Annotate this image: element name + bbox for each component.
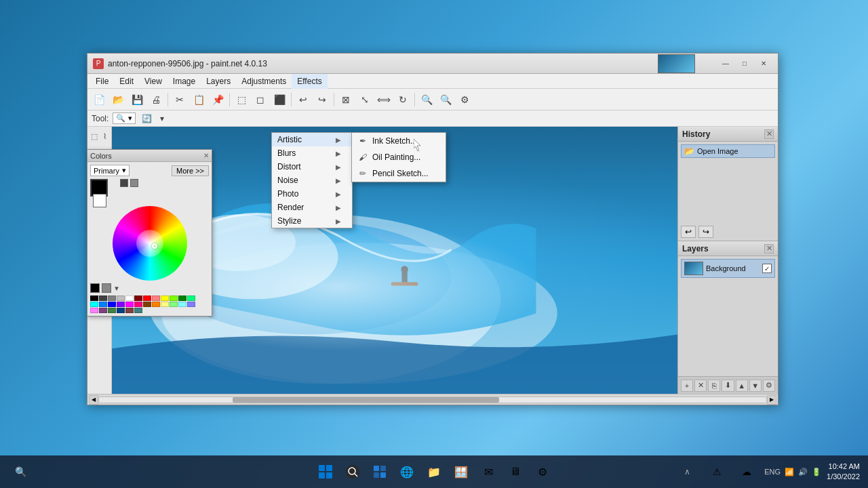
history-close-button[interactable]: ✕ — [764, 129, 774, 139]
palette-color-swatch[interactable] — [187, 296, 195, 301]
color-mode-button[interactable]: ▾ — [155, 112, 169, 125]
palette-color-swatch[interactable] — [187, 302, 195, 307]
color-cycle-button[interactable]: 🔄 — [140, 112, 153, 125]
palette-color-swatch[interactable] — [170, 302, 178, 307]
palette-color-swatch[interactable] — [117, 308, 125, 313]
taskbar-mail[interactable]: ✉ — [476, 460, 500, 484]
invert-button[interactable]: ⬛ — [271, 91, 288, 108]
effects-render-item[interactable]: Render ▶ — [272, 201, 352, 214]
layers-close-button[interactable]: ✕ — [764, 244, 774, 253]
taskbar-cloud[interactable]: ☁ — [734, 460, 759, 484]
tool-lasso[interactable]: ⌇ — [100, 128, 110, 144]
palette-color-swatch[interactable] — [134, 308, 142, 313]
scroll-right-button[interactable]: ▶ — [767, 395, 776, 405]
taskbar-warning[interactable]: ⚠ — [705, 460, 729, 484]
black-swatch[interactable] — [90, 283, 100, 293]
menu-image[interactable]: Image — [167, 74, 201, 89]
gray-swatch[interactable] — [102, 283, 111, 293]
menu-effects[interactable]: Effects — [292, 74, 327, 89]
effects-stylize-item[interactable]: Stylize ▶ — [272, 214, 352, 228]
palette-color-swatch[interactable] — [125, 296, 134, 301]
deselect-button[interactable]: ◻ — [252, 91, 269, 108]
move-up-button[interactable]: ▲ — [736, 380, 748, 392]
paste-button[interactable]: 📌 — [209, 91, 226, 108]
palette-color-swatch[interactable] — [178, 296, 186, 301]
palette-color-swatch[interactable] — [99, 302, 107, 307]
tool-selector[interactable]: 🔍 ▾ — [113, 113, 136, 124]
palette-color-swatch[interactable] — [143, 302, 151, 307]
palette-color-swatch[interactable] — [108, 308, 116, 313]
palette-color-swatch[interactable] — [90, 302, 98, 307]
menu-layers[interactable]: Layers — [201, 74, 236, 89]
taskbar-explorer[interactable]: 📁 — [422, 460, 446, 484]
taskbar-widgets[interactable] — [368, 460, 392, 484]
move-down-button[interactable]: ▼ — [749, 380, 762, 392]
menu-view[interactable]: View — [139, 74, 167, 89]
artistic-pencil-sketch[interactable]: ✏ Pencil Sketch... — [352, 165, 446, 182]
taskbar-edge[interactable]: 🌐 — [395, 460, 419, 484]
taskbar-store[interactable]: 🪟 — [449, 460, 473, 484]
effects-noise-item[interactable]: Noise ▶ — [272, 174, 352, 187]
save-button[interactable]: 💾 — [128, 91, 146, 108]
taskbar-search-btn[interactable] — [340, 460, 365, 484]
effects-distort-item[interactable]: Distort ▶ — [272, 160, 352, 174]
artistic-oil-painting[interactable]: 🖌 Oil Painting... — [352, 149, 446, 165]
colors-close-button[interactable]: ✕ — [203, 152, 209, 159]
resize-button[interactable]: ⤡ — [356, 91, 374, 108]
color-mode-select[interactable]: Primary ▾ — [90, 165, 130, 176]
taskbar-clock[interactable]: 10:42 AM 1/30/2022 — [827, 462, 860, 483]
taskbar-settings[interactable]: ⚙ — [530, 460, 555, 484]
palette-color-swatch[interactable] — [161, 302, 169, 307]
scroll-left-button[interactable]: ◀ — [89, 395, 98, 405]
copy-button[interactable]: 📋 — [190, 91, 208, 108]
history-undo-button[interactable]: ↩ — [681, 226, 696, 238]
taskbar-search[interactable]: 🔍 — [8, 460, 33, 484]
effects-artistic-item[interactable]: Artistic ▶ — [272, 133, 352, 146]
taskbar-start[interactable] — [313, 460, 338, 484]
palette-color-swatch[interactable] — [90, 308, 98, 313]
palette-color-swatch[interactable] — [152, 302, 160, 307]
artistic-ink-sketch[interactable]: ✒ Ink Sketch... — [352, 133, 446, 149]
palette-color-swatch[interactable] — [143, 296, 151, 301]
open-button[interactable]: 📂 — [109, 91, 127, 108]
taskbar-overflow[interactable]: ∧ — [675, 460, 699, 484]
minimize-button[interactable]: — — [717, 57, 734, 70]
add-layer-button[interactable]: + — [681, 380, 693, 392]
menu-file[interactable]: File — [90, 74, 114, 89]
history-item[interactable]: 📂 Open Image — [681, 144, 775, 158]
palette-color-swatch[interactable] — [90, 296, 98, 301]
rotate-button[interactable]: ↻ — [394, 91, 412, 108]
duplicate-layer-button[interactable]: ⎘ — [708, 380, 720, 392]
palette-color-swatch[interactable] — [108, 302, 116, 307]
palette-color-swatch[interactable] — [161, 296, 169, 301]
history-redo-button[interactable]: ↪ — [698, 226, 713, 238]
palette-color-swatch[interactable] — [134, 296, 142, 301]
redo-button[interactable]: ↪ — [313, 91, 331, 108]
palette-color-swatch[interactable] — [178, 302, 186, 307]
print-button[interactable]: 🖨 — [147, 91, 165, 108]
menu-edit[interactable]: Edit — [114, 74, 139, 89]
layer-background[interactable]: Background ✓ — [681, 259, 775, 278]
zoom-out-button[interactable]: 🔍 — [437, 91, 454, 108]
select-all-button[interactable]: ⬚ — [233, 91, 250, 108]
settings-button[interactable]: ⚙ — [456, 91, 473, 108]
palette-color-swatch[interactable] — [117, 302, 125, 307]
effects-photo-item[interactable]: Photo ▶ — [272, 187, 352, 201]
effects-blurs-item[interactable]: Blurs ▶ — [272, 146, 352, 160]
new-button[interactable]: 📄 — [90, 91, 108, 108]
merge-layer-button[interactable]: ⬇ — [722, 380, 734, 392]
secondary-color-swatch[interactable] — [93, 194, 106, 207]
palette-color-swatch[interactable] — [125, 308, 134, 313]
palette-color-swatch[interactable] — [99, 308, 107, 313]
scrollbar-thumb[interactable] — [233, 397, 500, 403]
palette-color-swatch[interactable] — [117, 296, 125, 301]
undo-button[interactable]: ↩ — [294, 91, 312, 108]
color-wheel[interactable] — [113, 206, 187, 281]
layer-visibility-checkbox[interactable]: ✓ — [762, 264, 772, 273]
palette-color-swatch[interactable] — [170, 296, 178, 301]
palette-color-swatch[interactable] — [125, 302, 134, 307]
flip-button[interactable]: ⟺ — [375, 91, 393, 108]
palette-color-swatch[interactable] — [152, 296, 160, 301]
horizontal-scrollbar[interactable] — [98, 396, 767, 403]
palette-color-swatch[interactable] — [99, 296, 107, 301]
